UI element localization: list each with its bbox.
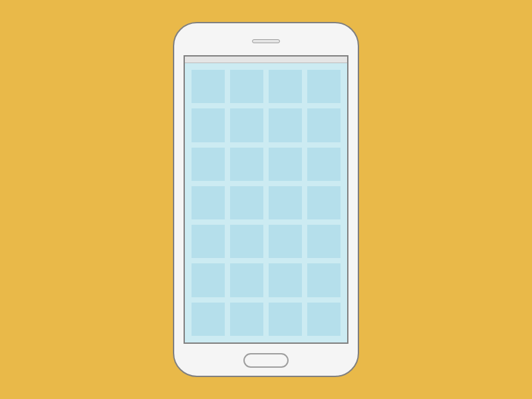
app-icon[interactable] xyxy=(307,108,340,142)
app-icon[interactable] xyxy=(192,148,225,181)
app-icon[interactable] xyxy=(307,70,340,103)
speaker-slot xyxy=(252,39,280,43)
app-icon[interactable] xyxy=(307,148,340,181)
app-icon[interactable] xyxy=(269,303,302,336)
app-icon[interactable] xyxy=(269,70,302,103)
app-icon[interactable] xyxy=(192,186,225,219)
app-icon[interactable] xyxy=(230,186,263,219)
app-icon[interactable] xyxy=(307,186,340,219)
app-icon[interactable] xyxy=(192,108,225,142)
illustration-stage xyxy=(0,0,532,399)
app-icon[interactable] xyxy=(230,148,263,181)
app-icon[interactable] xyxy=(230,108,263,142)
phone-screen xyxy=(184,55,348,344)
app-icon[interactable] xyxy=(230,263,263,297)
app-icon[interactable] xyxy=(307,225,340,258)
app-icon[interactable] xyxy=(269,186,302,219)
app-icon[interactable] xyxy=(192,70,225,103)
app-icon[interactable] xyxy=(230,70,263,103)
app-icon[interactable] xyxy=(269,148,302,181)
app-icon[interactable] xyxy=(269,225,302,258)
app-icon[interactable] xyxy=(307,263,340,297)
app-icon[interactable] xyxy=(269,108,302,142)
app-icon[interactable] xyxy=(192,303,225,336)
app-icon[interactable] xyxy=(307,303,340,336)
app-grid xyxy=(185,63,347,342)
app-icon[interactable] xyxy=(192,225,225,258)
app-icon[interactable] xyxy=(192,263,225,297)
home-button[interactable] xyxy=(243,353,289,368)
phone-frame xyxy=(173,22,359,377)
app-icon[interactable] xyxy=(269,263,302,297)
status-bar xyxy=(185,57,347,63)
app-icon[interactable] xyxy=(230,225,263,258)
app-icon[interactable] xyxy=(230,303,263,336)
